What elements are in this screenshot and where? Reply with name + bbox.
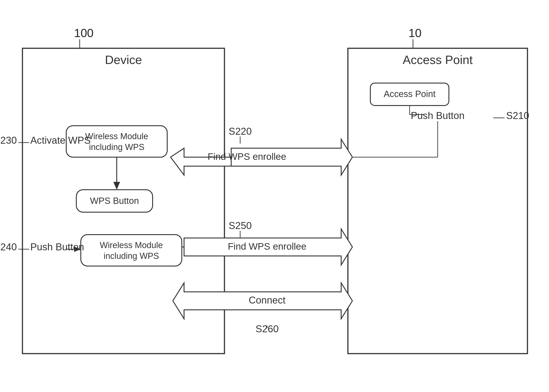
wireless-module-top-line1: Wireless Module	[85, 132, 148, 141]
s250-label: S250	[229, 220, 252, 231]
s230-label: S230	[0, 135, 17, 146]
s240-label: S240	[0, 241, 17, 252]
connect-label: Connect	[249, 294, 285, 306]
diagram-svg: 100 10 Device Access Point S230 Activate…	[0, 0, 549, 392]
find-wps-enrollee-bottom-label: Find WPS enrollee	[228, 241, 306, 252]
device-box-label: Device	[105, 53, 142, 66]
s220-label: S220	[229, 126, 252, 137]
access-point-button-label: Access Point	[384, 89, 435, 99]
activate-wps-label: Activate WPS	[30, 135, 91, 146]
push-button-ap-label: Push Button	[411, 110, 465, 121]
wireless-module-bottom-line2: including WPS	[104, 251, 159, 261]
wps-button-label: WPS Button	[90, 196, 139, 206]
ap-ref-label: 10	[409, 27, 422, 40]
find-wps-enrollee-top-label: Find WPS enrollee	[208, 151, 286, 162]
s260-label: S260	[256, 323, 279, 334]
wireless-module-top-line2: including WPS	[89, 142, 144, 152]
device-ref-label: 100	[74, 27, 94, 40]
ap-box-label: Access Point	[403, 53, 473, 66]
diagram-container: 100 10 Device Access Point S230 Activate…	[0, 0, 549, 392]
wireless-module-bottom-line1: Wireless Module	[100, 240, 163, 250]
s210-label: S210	[506, 110, 529, 121]
